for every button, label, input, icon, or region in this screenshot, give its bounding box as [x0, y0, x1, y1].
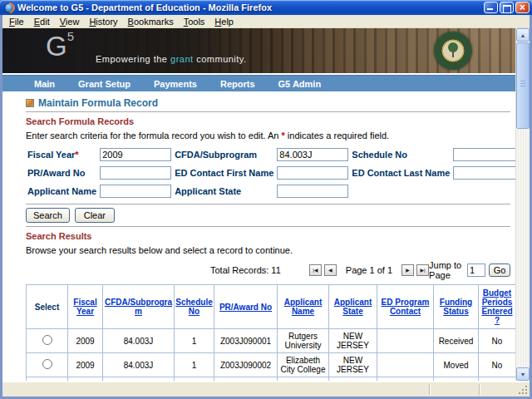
- cell-cfda-subprogram: 84.003J: [103, 329, 175, 353]
- pagination-row: Total Records: 11 |◀ ◀ Page 1 of 1 ▶ ▶| …: [26, 260, 510, 280]
- total-records: Total Records: 11: [210, 265, 281, 275]
- cell-ed-program-contact: [377, 329, 434, 353]
- header-schedule-no[interactable]: Schedule No: [175, 285, 214, 329]
- header-applicant-state[interactable]: Applicant State: [329, 285, 377, 329]
- search-instructions-post: indicates a required field.: [285, 131, 389, 140]
- header-budget-periods[interactable]: Budget Periods Entered?: [479, 285, 516, 329]
- cell-schedule-no: 1: [175, 329, 214, 353]
- cfda-subprogram-input[interactable]: [277, 148, 348, 161]
- next-page-button[interactable]: ▶: [401, 264, 414, 276]
- header-funding-status[interactable]: Funding Status: [434, 285, 479, 329]
- page: G5 Empowering the grant community. Main …: [2, 28, 515, 381]
- scrollbar-track[interactable]: [516, 130, 530, 367]
- search-button[interactable]: Search: [26, 208, 70, 223]
- tagline-highlight: grant: [170, 54, 194, 64]
- jump-page-input[interactable]: [467, 264, 485, 277]
- tagline: Empowering the grant community.: [96, 54, 247, 64]
- cell-budget-periods: No: [479, 353, 516, 377]
- divider: [26, 204, 510, 204]
- prev-page-button[interactable]: ◀: [324, 264, 337, 276]
- cell-pr-award-no: Z003J090001: [214, 329, 278, 353]
- select-record-radio[interactable]: [42, 359, 52, 369]
- nav-g5-admin[interactable]: G5 Admin: [278, 79, 322, 89]
- results-header-row: Select Fiscal Year CFDA/Subprogram Sched…: [27, 285, 516, 329]
- header-pr-award-no[interactable]: PR/Award No: [214, 285, 278, 329]
- resize-grip[interactable]: [518, 385, 528, 395]
- window-title: Welcome to G5 - Department of Education …: [17, 2, 484, 12]
- select-record-radio[interactable]: [42, 335, 52, 345]
- applicant-name-label: Applicant Name: [27, 186, 96, 196]
- menu-history[interactable]: History: [84, 16, 122, 27]
- search-instructions-pre: Enter search criteria for the formula re…: [26, 131, 282, 140]
- header-ed-program-contact[interactable]: ED Program Contact: [377, 285, 434, 329]
- header-cfda-subprogram[interactable]: CFDA/Subprogram: [103, 285, 175, 329]
- results-table: Select Fiscal Year CFDA/Subprogram Sched…: [26, 284, 515, 381]
- last-page-button[interactable]: ▶|: [416, 264, 429, 276]
- divider: [26, 226, 510, 227]
- clear-button[interactable]: Clear: [75, 208, 115, 223]
- maximize-button[interactable]: [500, 2, 514, 13]
- scroll-up-button[interactable]: ▲: [516, 28, 530, 42]
- cell-select: [27, 353, 68, 377]
- results-section-heading: Search Results: [26, 231, 510, 241]
- fiscal-year-input[interactable]: [100, 148, 171, 161]
- page-info: Page 1 of 1: [346, 265, 392, 275]
- scroll-down-button[interactable]: ▼: [516, 367, 530, 381]
- g5-logo: G5: [46, 29, 74, 62]
- menu-file[interactable]: File: [4, 16, 29, 27]
- firefox-icon: [4, 2, 15, 13]
- minimize-button[interactable]: [484, 2, 498, 13]
- nav-grant-setup[interactable]: Grant Setup: [78, 79, 131, 89]
- page-title-text: Maintain Formula Record: [38, 97, 158, 109]
- menu-bar: File Edit View History Bookmarks Tools H…: [2, 15, 530, 28]
- go-button[interactable]: Go: [489, 264, 510, 277]
- title-bar: Welcome to G5 - Department of Education …: [0, 0, 532, 15]
- menu-help[interactable]: Help: [209, 16, 239, 27]
- menu-bookmarks[interactable]: Bookmarks: [123, 16, 179, 27]
- schedule-no-label: Schedule No: [352, 150, 407, 160]
- menu-tools[interactable]: Tools: [179, 16, 210, 27]
- browser-window: Welcome to G5 - Department of Education …: [0, 0, 532, 399]
- applicant-name-input[interactable]: [100, 185, 171, 198]
- pr-award-no-input[interactable]: [100, 166, 171, 180]
- cell-fiscal-year: 2009: [68, 329, 103, 353]
- schedule-no-input[interactable]: [453, 148, 515, 161]
- cell-pr-award-no: Z003J090002: [214, 353, 278, 377]
- close-button[interactable]: [515, 2, 530, 13]
- nav-reports[interactable]: Reports: [220, 79, 255, 89]
- cell-schedule-no: 1: [175, 353, 214, 377]
- menu-view[interactable]: View: [55, 16, 85, 27]
- cell-cfda-subprogram: 84.003J: [103, 353, 175, 377]
- jump-to-page-label: Jump to Page: [429, 260, 464, 280]
- results-instructions: Browse your search results below and sel…: [26, 245, 510, 255]
- applicant-state-input[interactable]: [277, 185, 348, 198]
- pr-award-no-label: PR/Award No: [27, 168, 85, 178]
- ed-contact-first-name-label: ED Contact First Name: [175, 168, 273, 178]
- main-content: Maintain Formula Record Search Formula R…: [2, 91, 515, 381]
- cell-select: [27, 329, 68, 353]
- cell-applicant-state: NEW JERSEY: [329, 329, 377, 353]
- search-section-heading: Search Formula Records: [26, 116, 510, 126]
- applicant-state-label: Applicant State: [175, 186, 241, 196]
- nav-payments[interactable]: Payments: [154, 79, 197, 89]
- cell-fiscal-year: 2009: [68, 353, 103, 377]
- menu-edit[interactable]: Edit: [29, 16, 55, 27]
- cell-funding-status: Received: [434, 329, 479, 353]
- nav-bar: Main Grant Setup Payments Reports G5 Adm…: [2, 75, 515, 91]
- page-title: Maintain Formula Record: [26, 97, 510, 109]
- ed-contact-first-name-input[interactable]: [277, 166, 348, 180]
- header-select: Select: [27, 285, 68, 329]
- status-bar: [2, 381, 530, 397]
- first-page-button[interactable]: |◀: [309, 264, 322, 276]
- cell-applicant-name: Elizabeth City College: [278, 353, 329, 377]
- header-applicant-name[interactable]: Applicant Name: [278, 285, 329, 329]
- table-row: 2009 84.003J 1 Z003J090001 Rutgers Unive…: [27, 329, 516, 353]
- ed-contact-last-name-input[interactable]: [453, 166, 515, 180]
- vertical-scrollbar[interactable]: ▲ ▼: [515, 28, 530, 381]
- nav-main[interactable]: Main: [34, 79, 55, 89]
- page-title-icon: [26, 99, 34, 107]
- scrollbar-thumb[interactable]: [516, 42, 530, 129]
- divider: [26, 111, 510, 112]
- banner: G5 Empowering the grant community.: [2, 28, 515, 73]
- header-fiscal-year[interactable]: Fiscal Year: [68, 285, 103, 329]
